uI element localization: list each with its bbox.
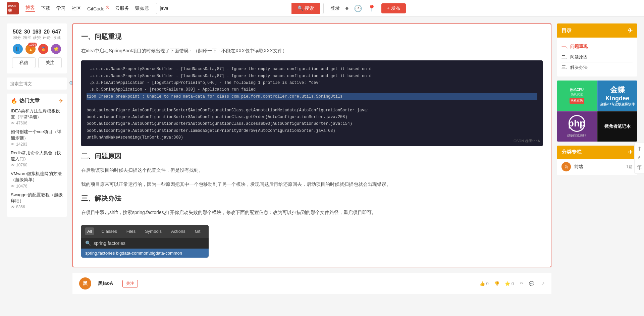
cat-count: 1篇 (626, 164, 633, 170)
article-title-3: Redis常用命令大集合（快速入门） (11, 150, 63, 162)
toc-item-1[interactable]: 一、问题重现 (561, 42, 633, 52)
eye-icon-3: 👁 (11, 163, 15, 167)
toc-title: 目录 (561, 28, 572, 34)
eye-icon-2: 👁 (11, 142, 15, 147)
logo[interactable]: CSDN 博 (7, 2, 19, 14)
blog-search-input[interactable] (10, 81, 66, 86)
ad-red-badge: 热机优选 (570, 98, 584, 104)
section2-title: 二、问题原因 (81, 152, 121, 161)
gitcode-badge: 火 (106, 5, 109, 9)
scroll-indicator: ⬆ 6 年 (634, 142, 644, 174)
popup-tab-classes[interactable]: Classes (99, 227, 119, 235)
popup-search-box: 🔍 (81, 238, 209, 249)
ad-row-2: php php商城源码 拯救者笔记本 (557, 111, 637, 142)
like-action[interactable]: 👍 0 (480, 281, 489, 286)
list-item[interactable]: IDEA类和方法注释模板设置（非常详细） 👁 47606 (11, 108, 63, 125)
list-item[interactable]: VMware虚拟机连网的方法（超级简单） 👁 10476 (11, 171, 63, 188)
popup-search-result[interactable]: spring.factories bigdata-common\bigdata-… (81, 249, 209, 258)
scroll-up-icon[interactable]: ⬆ (636, 145, 643, 152)
code-line-9: boot.autoconfigure.AutoConfigurationSort… (87, 128, 335, 133)
list-item[interactable]: 如何创建一个vue项目（详细步骤） 👁 14283 (11, 129, 63, 146)
nav-learn[interactable]: 学习 (56, 5, 66, 11)
publish-button[interactable]: + 发布 (381, 3, 406, 13)
score-label: 积分 (13, 35, 21, 41)
header-search-button[interactable]: 🔍 搜索 (291, 3, 320, 14)
hot-articles-title: 🔥 热门文章 (11, 98, 40, 104)
list-item[interactable]: Redis常用命令大集合（快速入门） 👁 10760 (11, 150, 63, 167)
ad-purple[interactable]: php php商城源码 (557, 111, 597, 142)
section3-heading: 三、解决办法 (81, 194, 543, 203)
nav-yuanruyi[interactable]: 猿如意 (135, 5, 149, 11)
scroll-down-icon[interactable]: 年 (636, 164, 643, 171)
main-content: 一、问题重现 在idea中启动SpringBoot项目的时候出现了下面错误：（翻… (72, 23, 551, 294)
user-actions: 私信 关注 (12, 57, 62, 68)
ad-green[interactable]: 热机CPU 热机优选 热机优选 (557, 81, 597, 111)
nav-download[interactable]: 下载 (41, 5, 50, 11)
code-line-3: .p.a.PieAuthApplication - [logStartupPro… (87, 81, 321, 85)
search-popup: All Classes Files Symbols Actions Git 🔍 … (81, 225, 209, 258)
list-item[interactable]: Swagger的配置教程（超级详细） 👁 8366 (11, 192, 63, 209)
share-action[interactable]: ↗ (541, 281, 545, 286)
score-num: 502 (13, 29, 22, 35)
badge-num: 1024 (28, 43, 37, 47)
ad-blue[interactable]: 金蝶 Kingdee 金蝶kis专业版金蝶软件 (597, 81, 637, 111)
toc-item-3[interactable]: 三、解决办法 (561, 62, 633, 72)
login-button[interactable]: 登录 (330, 5, 340, 11)
code-line-5: tion Create breakpoint : Unable to read … (87, 93, 537, 100)
ad-green-sublabel: 热机优选 (571, 92, 583, 97)
send-icon-hot: ✈ (59, 98, 63, 104)
popup-search-input[interactable] (94, 241, 205, 246)
comment-count-action[interactable]: 💬 (529, 281, 536, 286)
nav-gitcode[interactable]: GitCode 火 (87, 5, 109, 11)
popup-tab-actions[interactable]: Actions (169, 227, 187, 235)
logo-image: CSDN 博 (7, 2, 19, 14)
header-search-input[interactable] (160, 6, 290, 11)
category-item-frontend[interactable]: 前 前端 1篇 (557, 159, 637, 175)
popup-tab-files[interactable]: Files (124, 227, 138, 235)
code-line-6: boot.autoconfigure.AutoConfigurationSort… (87, 108, 369, 113)
star-action[interactable]: ⭐ 0 (505, 281, 514, 286)
scroll-num: 6 (636, 155, 643, 161)
message-button[interactable]: 私信 (12, 57, 36, 68)
diamond-icon[interactable]: ♦ (345, 4, 348, 12)
code-line-4: .s.b.SpringApplication - [reportFailure,… (87, 87, 256, 92)
popup-tab-symbols[interactable]: Symbols (143, 227, 164, 235)
ad-green-label: 热机CPU (570, 88, 584, 92)
code-line-1: .a.c.n.c.NacosPropertySourceBuilder - [l… (87, 67, 372, 71)
comment-icon: 💬 (529, 281, 534, 286)
section1-title: 一、问题重现 (81, 32, 121, 41)
category-box: 分类专栏 ✈ 前 前端 1篇 (557, 146, 637, 175)
ad-box: 热机CPU 热机优选 热机优选 金蝶 Kingdee 金蝶kis专业版金蝶软件 … (557, 81, 637, 142)
stat-comments: 20 评论 (43, 29, 51, 41)
svg-text:博: 博 (9, 9, 11, 12)
flag-action[interactable]: 🏳 (519, 281, 524, 286)
favorites-label: 收藏 (53, 35, 61, 41)
article-views-5: 👁 8366 (11, 205, 63, 209)
stat-score: 502 积分 (13, 29, 22, 41)
favorites-num: 647 (52, 29, 61, 35)
user-stats: 502 积分 30 粉丝 163 获赞 20 评论 647 收藏 (7, 23, 67, 73)
code-watermark: CSDN @黑taoA (514, 139, 540, 144)
history-icon[interactable]: 🕐 (354, 4, 362, 12)
nav-community[interactable]: 社区 (72, 5, 81, 11)
article-title-5: Swagger的配置教程（超级详细） (11, 192, 63, 204)
dislike-icon: 👎 (494, 281, 499, 286)
category-header: 分类专栏 ✈ (557, 146, 637, 159)
location-icon[interactable]: 📍 (368, 4, 376, 12)
popup-tab-all[interactable]: All (85, 227, 94, 235)
nav-blog[interactable]: 博客 (25, 5, 35, 12)
nav-cloud[interactable]: 云服务 (115, 5, 129, 11)
toc-item-2[interactable]: 二、问题原因 (561, 52, 633, 62)
dislike-action[interactable]: 👎 (494, 281, 499, 286)
toc-send-icon: ✈ (628, 27, 633, 34)
code-block: .a.c.n.c.NacosPropertySourceBuilder - [l… (81, 60, 543, 146)
section2-text2: 我的项目原来可以正常运行的，因为一些原因把其中一个包移动到了另一个模块，发现问题… (81, 180, 543, 189)
author-name: 黑taoA (98, 280, 113, 286)
popup-tab-git[interactable]: Git (193, 227, 203, 235)
article-views-1: 👁 47606 (11, 121, 63, 125)
hot-articles: 🔥 热门文章 ✈ IDEA类和方法注释模板设置（非常详细） 👁 47606 如何… (7, 94, 67, 217)
ad-dark[interactable]: 拯救者笔记本 (597, 111, 637, 142)
author-follow-button[interactable]: 关注 (122, 280, 138, 287)
follow-button[interactable]: 关注 (38, 57, 62, 68)
author-avatar: 黑 (79, 277, 91, 289)
